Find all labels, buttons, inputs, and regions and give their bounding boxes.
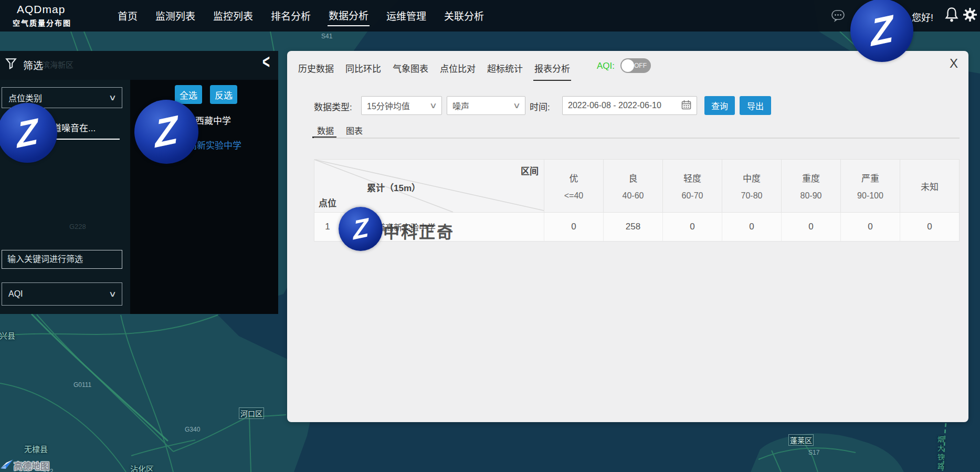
map-label-g228: G228 bbox=[69, 223, 86, 230]
collapse-sidebar-button[interactable]: < bbox=[262, 51, 270, 73]
metric-select[interactable]: 噪声 ∨ bbox=[447, 96, 525, 115]
map-label-railway: 烟大铁路 bbox=[935, 436, 945, 471]
aqi-metric-value: AQI bbox=[8, 289, 23, 299]
top-bar: AQDmap 空气质量分布图 首页 监测列表 监控列表 排名分析 数据分析 运维… bbox=[0, 0, 980, 32]
calendar-icon bbox=[681, 100, 691, 112]
map-label-g0111: G0111 bbox=[73, 381, 91, 389]
interval-select[interactable]: 15分钟均值 ∨ bbox=[361, 96, 442, 115]
panel-tab-bar: 历史数据 同比环比 气象图表 点位比对 超标统计 报表分析 bbox=[297, 58, 571, 81]
app-logo-subtitle: 空气质量分布图 bbox=[13, 17, 71, 28]
tab-yoy-mom[interactable]: 同比环比 bbox=[344, 58, 382, 81]
value-light: 0 bbox=[662, 213, 722, 241]
aqi-toggle-label: AQI: bbox=[597, 61, 615, 71]
nav-home[interactable]: 首页 bbox=[117, 6, 139, 26]
bell-icon[interactable] bbox=[944, 7, 959, 25]
corner-label-range: 区间 bbox=[521, 164, 539, 177]
map-label-penglai: 蓬莱区 bbox=[788, 434, 814, 446]
watermark-logo: Z bbox=[134, 100, 198, 164]
app-logo-title: AQDmap bbox=[17, 3, 65, 16]
map-label-g340: G340 bbox=[185, 426, 200, 433]
chevron-down-icon: ∨ bbox=[513, 101, 521, 110]
chevron-down-icon: ∨ bbox=[109, 93, 117, 102]
map-label-binhai: 滨海新区 bbox=[42, 59, 73, 70]
column-header-heavy: 重度80-90 bbox=[781, 160, 840, 212]
map-label-s17: S17 bbox=[808, 449, 819, 456]
tab-exceedance-stats[interactable]: 超标统计 bbox=[486, 58, 524, 81]
nav-ranking-analysis[interactable]: 排名分析 bbox=[270, 6, 312, 26]
query-button[interactable]: 查询 bbox=[704, 96, 735, 115]
time-label: 时间: bbox=[530, 100, 550, 113]
row-index-cell: 1 bbox=[314, 213, 341, 241]
export-button[interactable]: 导出 bbox=[740, 96, 771, 115]
tab-history-data[interactable]: 历史数据 bbox=[297, 58, 335, 81]
subtab-data[interactable]: 数据 bbox=[317, 124, 334, 137]
watermark-text: 中科正奇 bbox=[383, 219, 455, 243]
table-corner-cell: 区间 累计（15m） 点位 bbox=[314, 160, 544, 212]
map-label-s41: S41 bbox=[321, 33, 332, 40]
invert-selection-button[interactable]: 反选 bbox=[210, 85, 237, 104]
keyword-filter-input[interactable] bbox=[2, 250, 122, 269]
table-header-row: 区间 累计（15m） 点位 优<=40 良40-60 轻度60-70 中度70-… bbox=[314, 160, 959, 213]
nav-surveillance-list[interactable]: 监控列表 bbox=[212, 6, 254, 26]
watermark-logo: Z bbox=[850, 0, 913, 62]
column-header-good: 良40-60 bbox=[603, 160, 662, 212]
value-severe: 0 bbox=[840, 213, 900, 241]
data-type-label: 数据类型: bbox=[314, 100, 352, 113]
main-nav: 首页 监测列表 监控列表 排名分析 数据分析 运维管理 关联分析 bbox=[117, 0, 485, 32]
value-unknown: 0 bbox=[900, 213, 959, 241]
amap-plane-icon bbox=[0, 456, 14, 472]
noise-category-tab[interactable]: 道噪音在... bbox=[52, 121, 120, 140]
chat-icon[interactable] bbox=[831, 9, 845, 25]
map-label-wudi: 无棣县 bbox=[24, 443, 48, 454]
aqi-toggle-switch[interactable]: OFF bbox=[620, 58, 651, 73]
date-range-value: 2022-06-08 - 2022-06-10 bbox=[568, 101, 661, 110]
corner-label-site: 点位 bbox=[319, 196, 336, 209]
value-heavy: 0 bbox=[781, 213, 840, 241]
filter-funnel-icon bbox=[5, 58, 17, 71]
tab-site-comparison[interactable]: 点位比对 bbox=[439, 58, 477, 81]
column-header-excellent: 优<=40 bbox=[544, 160, 603, 212]
value-moderate: 0 bbox=[722, 213, 781, 241]
map-label-zhanhua: 沾化区 bbox=[130, 463, 154, 472]
close-panel-button[interactable]: X bbox=[950, 56, 958, 71]
tab-report-analysis[interactable]: 报表分析 bbox=[533, 58, 571, 81]
aqi-metric-select[interactable]: AQI ∨ bbox=[2, 282, 122, 306]
column-header-severe: 严重90-100 bbox=[840, 160, 900, 212]
map-label-hekou: 河口区 bbox=[239, 407, 264, 419]
value-good: 258 bbox=[603, 213, 662, 241]
nav-monitor-list[interactable]: 监测列表 bbox=[154, 6, 196, 26]
value-excellent: 0 bbox=[544, 213, 603, 241]
tab-weather-charts[interactable]: 气象图表 bbox=[392, 58, 429, 81]
gear-icon[interactable] bbox=[962, 7, 978, 25]
column-header-unknown: 未知 bbox=[900, 160, 959, 212]
watermark-logo: Z bbox=[0, 103, 57, 163]
nav-data-analysis[interactable]: 数据分析 bbox=[328, 6, 370, 26]
site-list-item-xizang[interactable]: 西藏中学 bbox=[195, 113, 231, 127]
toggle-knob bbox=[621, 59, 634, 72]
subtab-chart[interactable]: 图表 bbox=[346, 124, 363, 137]
metric-value: 噪声 bbox=[452, 99, 469, 112]
column-header-light: 轻度60-70 bbox=[662, 160, 722, 212]
nav-ops-management[interactable]: 运维管理 bbox=[385, 6, 427, 26]
nav-correlation-analysis[interactable]: 关联分析 bbox=[443, 6, 485, 26]
map-label-haixing: 海兴县 bbox=[0, 330, 15, 341]
chevron-down-icon: ∨ bbox=[109, 289, 117, 299]
subtab-divider bbox=[314, 138, 960, 139]
date-range-input[interactable]: 2022-06-08 - 2022-06-10 bbox=[562, 96, 697, 115]
toggle-state-text: OFF bbox=[634, 62, 647, 69]
filter-panel-title: 筛选 bbox=[23, 58, 43, 72]
watermark-logo: Z bbox=[339, 207, 383, 251]
greeting-text: 您好! bbox=[912, 10, 933, 24]
chevron-down-icon: ∨ bbox=[429, 101, 437, 110]
amap-logo: 高德地图 bbox=[14, 459, 49, 472]
select-all-button[interactable]: 全选 bbox=[175, 85, 202, 104]
corner-label-cumulative: 累计（15m） bbox=[367, 181, 420, 194]
interval-value: 15分钟均值 bbox=[367, 99, 410, 112]
column-header-moderate: 中度70-80 bbox=[722, 160, 781, 212]
point-category-value: 点位类别 bbox=[8, 91, 42, 104]
